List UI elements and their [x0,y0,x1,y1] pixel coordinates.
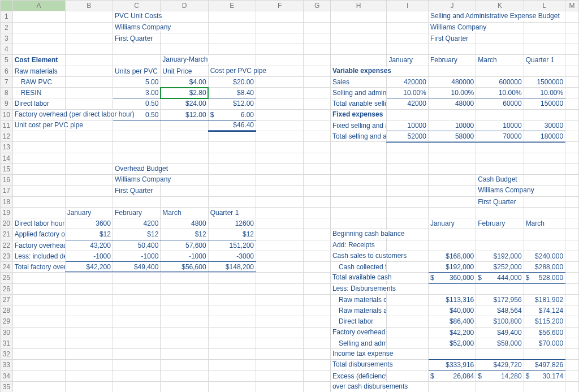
rmcp-k[interactable]: $172,956 [476,294,524,305]
rmap-j[interactable]: $40,000 [428,305,476,316]
col-K[interactable]: K [476,1,524,11]
ohtot-e[interactable]: $148,200 [208,262,256,273]
row-31[interactable]: 31 [1,338,13,348]
ohtot-b[interactable]: $42,200 [65,262,113,273]
cs-j[interactable]: $168,000 [428,251,476,261]
cash-foh-j[interactable]: $42,200 [428,327,476,338]
td-j[interactable]: $333,916 [428,360,476,371]
rate-c[interactable]: $12 [113,229,160,240]
col-D[interactable]: D [161,1,208,11]
dl-p[interactable]: $24.00 [161,98,208,109]
row-17[interactable]: 17 [1,186,13,196]
row-1[interactable]: 1 [1,11,13,22]
ohfoh-d[interactable]: 57,600 [161,240,208,251]
pct-i[interactable]: 10.00% [387,88,429,98]
col-F[interactable]: F [256,1,304,11]
sales-k[interactable]: 600000 [476,76,524,87]
row-29[interactable]: 29 [1,316,13,327]
td-l[interactable]: $497,826 [524,360,565,371]
dlh-c[interactable]: 4200 [113,218,160,229]
row-3[interactable]: 3 [1,33,13,44]
sales-l[interactable]: 1500000 [524,76,565,87]
rate-d[interactable]: $12 [161,229,208,240]
col-J[interactable]: J [428,1,476,11]
dl-c[interactable]: $12.00 [208,98,256,109]
row-9[interactable]: 9 [1,98,13,109]
ohtot-c[interactable]: $49,400 [113,262,160,273]
fix-i[interactable]: 10000 [387,120,429,131]
less-d[interactable]: -1000 [161,251,208,261]
cash-foh-k[interactable]: $49,400 [476,327,524,338]
total-unit-cost[interactable]: $46.40 [208,120,256,131]
fix-l[interactable]: 30000 [524,120,565,131]
row-21[interactable]: 21 [1,229,13,240]
spreadsheet-grid[interactable]: A B C D E F G H I J K L M 1 PVC Unit Cos… [0,0,579,392]
rate-e[interactable]: $12 [208,229,256,240]
col-L[interactable]: L [524,1,565,11]
row-33[interactable]: 33 [1,360,13,371]
row-18[interactable]: 18 [1,196,13,207]
row-32[interactable]: 32 [1,349,13,360]
col-G[interactable]: G [304,1,331,11]
ohtot-d[interactable]: $56,600 [161,262,208,273]
col-H[interactable]: H [330,1,386,11]
cash-dl-l[interactable]: $115,200 [524,316,565,327]
rate-b[interactable]: $12 [65,229,113,240]
row-28[interactable]: 28 [1,305,13,316]
pct-k[interactable]: 10.00% [476,88,524,98]
col-A[interactable]: A [12,1,65,11]
less-c[interactable]: -1000 [113,251,160,261]
exc-l[interactable]: $30,174 [524,371,565,381]
cash-dl-k[interactable]: $100,800 [476,316,524,327]
row-6[interactable]: 6 [1,66,13,76]
tot-i[interactable]: 52000 [387,131,429,142]
row-30[interactable]: 30 [1,327,13,338]
select-all[interactable] [1,1,13,11]
row-14[interactable]: 14 [1,153,13,163]
ohfoh-e[interactable]: 151,200 [208,240,256,251]
rmcp-l[interactable]: $181,902 [524,294,565,305]
col-I[interactable]: I [387,1,429,11]
row-7[interactable]: 7 [1,76,13,87]
foh-p[interactable]: $12.00 [161,109,208,120]
rmap-l[interactable]: $74,124 [524,305,565,316]
rmcp-j[interactable]: $113,316 [428,294,476,305]
row-19[interactable]: 19 [1,207,13,218]
row-11[interactable]: 11 [1,120,13,131]
col-C[interactable]: C [113,1,160,11]
fix-k[interactable]: 10000 [476,120,524,131]
dlh-d[interactable]: 4800 [161,218,208,229]
exc-j[interactable]: $26,084 [428,371,476,381]
row-5[interactable]: 5 [1,55,13,66]
dlh-e[interactable]: 12600 [208,218,256,229]
col-B[interactable]: B [65,1,113,11]
row-12[interactable]: 12 [1,131,13,142]
tac-l[interactable]: $528,000 [524,273,565,283]
cc-l[interactable]: $288,000 [524,262,565,273]
tac-k[interactable]: $444,000 [476,273,524,283]
row-15[interactable]: 15 [1,163,13,174]
col-M[interactable]: M [565,1,579,11]
row-4[interactable]: 4 [1,44,13,55]
ohfoh-b[interactable]: 43,200 [65,240,113,251]
cash-sae-k[interactable]: $58,000 [476,338,524,348]
tv-k[interactable]: 60000 [476,98,524,109]
row-10[interactable]: 10 [1,109,13,120]
cc-j[interactable]: $192,000 [428,262,476,273]
row-25[interactable]: 25 [1,273,13,283]
cash-sae-l[interactable]: $70,000 [524,338,565,348]
tac-j[interactable]: $360,000 [428,273,476,283]
tv-l[interactable]: 150000 [524,98,565,109]
row-27[interactable]: 27 [1,294,13,305]
cash-sae-j[interactable]: $52,000 [428,338,476,348]
tot-l[interactable]: 180000 [524,131,565,142]
sales-i[interactable]: 420000 [387,76,429,87]
row-20[interactable]: 20 [1,218,13,229]
tv-i[interactable]: 42000 [387,98,429,109]
exc-k[interactable]: $14,280 [476,371,524,381]
row-26[interactable]: 26 [1,283,13,294]
resin-c[interactable]: $8.40 [208,88,256,98]
row-35[interactable]: 35 [1,381,13,392]
tv-j[interactable]: 48000 [428,98,476,109]
cs-k[interactable]: $192,000 [476,251,524,261]
